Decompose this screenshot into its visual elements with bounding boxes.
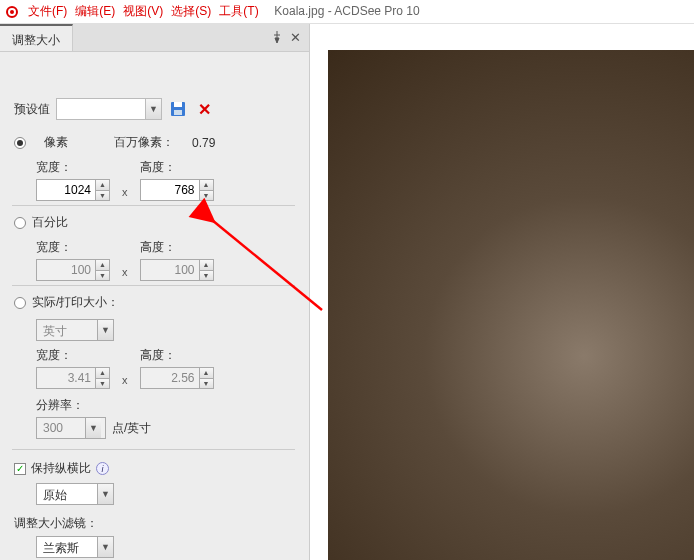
px-height-input[interactable] <box>141 180 199 200</box>
aspect-value: 原始 <box>37 484 97 504</box>
pc-width-label: 宽度： <box>36 239 110 256</box>
info-icon[interactable]: i <box>96 462 109 475</box>
res-select[interactable]: 300 ▼ <box>36 417 106 439</box>
pin-icon[interactable] <box>272 29 282 47</box>
px-height-label: 高度： <box>140 159 214 176</box>
pc-height-label: 高度： <box>140 239 214 256</box>
chevron-down-icon[interactable]: ▼ <box>97 537 113 557</box>
down-icon[interactable]: ▼ <box>96 271 109 281</box>
down-icon[interactable]: ▼ <box>200 191 213 201</box>
res-label: 分辨率： <box>36 398 84 412</box>
menu-file[interactable]: 文件(F) <box>28 3 67 20</box>
close-icon[interactable]: ✕ <box>290 30 301 45</box>
up-icon[interactable]: ▲ <box>96 180 109 191</box>
px-width-input[interactable] <box>37 180 95 200</box>
pr-height-label: 高度： <box>140 347 214 364</box>
up-icon[interactable]: ▲ <box>200 260 213 271</box>
svg-rect-13 <box>174 110 182 115</box>
pr-width-input <box>37 368 95 388</box>
multiply-icon: x <box>120 186 130 201</box>
up-icon[interactable]: ▲ <box>200 180 213 191</box>
radio-print-label: 实际/打印大小： <box>32 294 119 311</box>
pc-height-spinner[interactable]: ▲▼ <box>140 259 214 281</box>
menu-tools[interactable]: 工具(T) <box>219 3 258 20</box>
aspect-select[interactable]: 原始 ▼ <box>36 483 114 505</box>
pr-width-label: 宽度： <box>36 347 110 364</box>
unit-value: 英寸 <box>37 320 97 340</box>
svg-rect-12 <box>174 102 182 107</box>
up-icon[interactable]: ▲ <box>96 260 109 271</box>
res-unit-label: 点/英寸 <box>112 420 151 437</box>
down-icon[interactable]: ▼ <box>200 271 213 281</box>
preset-label: 预设值 <box>14 101 50 118</box>
unit-select[interactable]: 英寸 ▼ <box>36 319 114 341</box>
radio-percent[interactable] <box>14 217 26 229</box>
up-icon[interactable]: ▲ <box>96 368 109 379</box>
menu-select[interactable]: 选择(S) <box>171 3 211 20</box>
multiply-icon: x <box>120 374 130 389</box>
chevron-down-icon[interactable]: ▼ <box>97 320 113 340</box>
resize-panel: 调整大小 ✕ 预设值 ▼ ✕ <box>0 24 310 560</box>
aspect-checkbox[interactable]: ✓ <box>14 463 26 475</box>
save-preset-icon[interactable] <box>168 99 188 119</box>
menu-edit[interactable]: 编辑(E) <box>75 3 115 20</box>
up-icon[interactable]: ▲ <box>200 368 213 379</box>
multiply-icon: x <box>120 266 130 281</box>
filter-value: 兰索斯 <box>37 537 97 557</box>
chevron-down-icon[interactable]: ▼ <box>145 99 161 119</box>
chevron-down-icon[interactable]: ▼ <box>97 484 113 504</box>
filter-label: 调整大小滤镜： <box>14 516 98 530</box>
down-icon[interactable]: ▼ <box>200 379 213 389</box>
pr-height-spinner[interactable]: ▲▼ <box>140 367 214 389</box>
preset-input[interactable] <box>57 99 145 119</box>
radio-pixels[interactable] <box>14 137 26 149</box>
chevron-down-icon[interactable]: ▼ <box>85 418 101 438</box>
px-width-spinner[interactable]: ▲▼ <box>36 179 110 201</box>
menu-view[interactable]: 视图(V) <box>123 3 163 20</box>
preset-combo[interactable]: ▼ <box>56 98 162 120</box>
res-value: 300 <box>37 418 85 438</box>
pr-width-spinner[interactable]: ▲▼ <box>36 367 110 389</box>
megapixels-value: 0.79 <box>192 136 215 150</box>
pr-height-input <box>141 368 199 388</box>
px-height-spinner[interactable]: ▲▼ <box>140 179 214 201</box>
radio-pixels-label: 像素 <box>44 134 68 151</box>
down-icon[interactable]: ▼ <box>96 191 109 201</box>
pc-width-input <box>37 260 95 280</box>
filter-select[interactable]: 兰索斯 ▼ <box>36 536 114 558</box>
preview-image <box>328 50 694 560</box>
radio-percent-label: 百分比 <box>32 214 68 231</box>
delete-preset-icon[interactable]: ✕ <box>194 99 214 119</box>
pc-width-spinner[interactable]: ▲▼ <box>36 259 110 281</box>
app-icon <box>4 4 20 20</box>
down-icon[interactable]: ▼ <box>96 379 109 389</box>
svg-point-1 <box>10 10 14 14</box>
tab-resize[interactable]: 调整大小 <box>0 24 73 51</box>
px-width-label: 宽度： <box>36 159 110 176</box>
pc-height-input <box>141 260 199 280</box>
megapixels-label: 百万像素： <box>114 134 174 151</box>
aspect-label: 保持纵横比 <box>31 460 91 477</box>
image-preview[interactable] <box>310 24 694 560</box>
window-title: Koala.jpg - ACDSee Pro 10 <box>274 4 419 18</box>
radio-print[interactable] <box>14 297 26 309</box>
